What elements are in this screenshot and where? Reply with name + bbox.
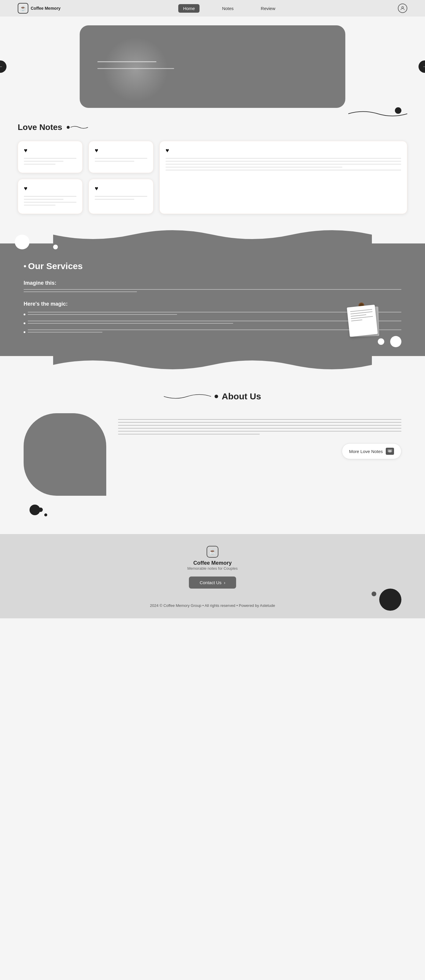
hero-slider (80, 25, 345, 108)
footer-tagline: Memorable notes for Couples (18, 566, 407, 571)
nav-review[interactable]: Review (256, 4, 280, 13)
heart-icon-1: ♥ (24, 147, 77, 154)
footer: ☕ Coffee Memory Memorable notes for Coup… (0, 534, 425, 618)
decorator-dot-xs (44, 514, 47, 516)
about-dot (214, 395, 218, 398)
note-card-1[interactable]: ♥ (18, 141, 83, 173)
slider-prev-button[interactable]: ← (0, 60, 6, 73)
hero-section: ← → (0, 16, 425, 117)
svg-point-1 (67, 126, 70, 129)
love-notes-header: Love Notes (18, 123, 407, 132)
hero-line-2 (97, 68, 174, 69)
about-header: About Us (24, 391, 401, 401)
about-content: More Love Notes (24, 413, 401, 496)
about-section: About Us More Love Notes (0, 374, 425, 534)
sticky-note-decoration (348, 306, 378, 338)
contact-us-button[interactable]: Contact Us › (189, 576, 236, 589)
more-love-notes-wrapper: More Love Notes (118, 443, 401, 459)
nav-home[interactable]: Home (178, 4, 200, 13)
nav-links: Home Notes Review (178, 4, 280, 13)
services-bottom-dot-md (390, 336, 401, 347)
services-bullets (24, 312, 401, 334)
services-decorator-circle-lg (15, 235, 30, 249)
services-bullet-2 (24, 321, 401, 325)
brand-logo[interactable]: ☕ Coffee Memory (18, 3, 61, 14)
navbar: ☕ Coffee Memory Home Notes Review (0, 0, 425, 16)
notes-grid: ♥ ♥ ♥ ♥ ♥ (18, 141, 407, 214)
services-wave-top (0, 226, 425, 243)
more-love-notes-icon (386, 448, 394, 455)
heart-icon-2: ♥ (95, 147, 147, 154)
contact-btn-label: Contact Us (200, 580, 221, 585)
heart-icon-3: ♥ (166, 147, 401, 154)
services-wrapper: Our Services Imagine this: Here's the ma… (0, 226, 425, 374)
bullet-dot-1 (24, 313, 26, 315)
footer-brand-icon: ☕ (206, 546, 219, 558)
services-bottom-decorators (378, 336, 401, 347)
note-card-5[interactable]: ♥ (88, 179, 153, 214)
services-title: Our Services (24, 261, 401, 271)
user-icon[interactable] (398, 3, 407, 13)
more-love-notes-button[interactable]: More Love Notes (342, 443, 401, 459)
brand-name: Coffee Memory (31, 6, 61, 11)
services-bullet-3 (24, 329, 401, 334)
arrow-left-icon: ← (0, 64, 3, 70)
footer-brand: ☕ Coffee Memory Memorable notes for Coup… (18, 546, 407, 571)
services-section: Our Services Imagine this: Here's the ma… (0, 243, 425, 356)
note-card-2[interactable]: ♥ (88, 141, 153, 173)
services-decorator-circle-sm (53, 245, 58, 249)
arrow-right-icon: → (422, 64, 425, 70)
about-description-lines (118, 419, 401, 434)
footer-copyright: 2024 © Coffee Memory Group • All rights … (18, 603, 407, 612)
services-magic-label: Here's the magic: (24, 301, 401, 307)
love-notes-decoration (66, 124, 89, 130)
about-curve-left (164, 392, 211, 401)
bullet-dot-3 (24, 331, 26, 333)
brand-icon: ☕ (18, 3, 28, 14)
services-imagine-label: Imagine this: (24, 280, 401, 286)
svg-point-0 (402, 6, 403, 8)
svg-rect-3 (388, 450, 391, 452)
bullet-dot-2 (24, 323, 26, 324)
footer-brand-name: Coffee Memory (18, 560, 407, 566)
heart-icon-4: ♥ (24, 185, 77, 192)
about-image (24, 413, 106, 496)
heart-icon-5: ♥ (95, 185, 147, 192)
footer-dot-sm (372, 592, 376, 596)
more-love-notes-label: More Love Notes (349, 449, 383, 454)
services-decorators (15, 235, 58, 249)
services-desc-lines (24, 289, 401, 292)
about-bottom-decorators (24, 502, 401, 522)
sticky-note (347, 305, 378, 337)
hero-curve-decoration (348, 108, 407, 120)
services-bullet-1 (24, 312, 401, 317)
hero-text (97, 61, 174, 72)
decorator-dot-lg (30, 504, 40, 515)
services-bottom-dot-sm (378, 338, 384, 345)
note-card-3[interactable]: ♥ (159, 141, 407, 214)
nav-notes[interactable]: Notes (217, 4, 238, 13)
slider-next-button[interactable]: → (419, 60, 425, 73)
love-notes-title: Love Notes (18, 123, 62, 132)
about-title: About Us (222, 391, 261, 401)
contact-btn-chevron: › (224, 580, 225, 585)
note-card-4[interactable]: ♥ (18, 179, 83, 214)
hero-line-1 (97, 61, 157, 62)
services-wave-bottom (0, 356, 425, 374)
about-text-block: More Love Notes (118, 413, 401, 459)
footer-dot-lg (379, 589, 401, 611)
love-notes-section: Love Notes ♥ ♥ ♥ ♥ (0, 117, 425, 226)
